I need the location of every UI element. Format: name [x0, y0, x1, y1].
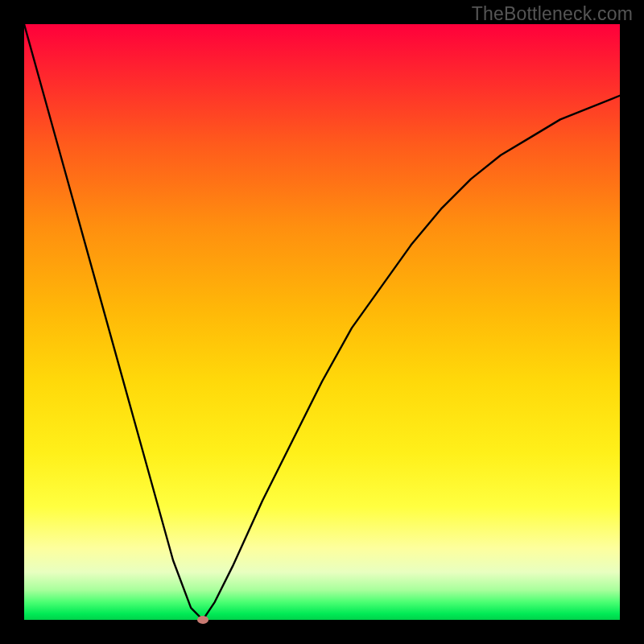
watermark-text: TheBottleneck.com [472, 3, 633, 25]
chart-container: TheBottleneck.com [0, 0, 644, 644]
optimum-root-marker [197, 616, 208, 624]
chart-svg [24, 24, 620, 620]
bottleneck-curve [24, 24, 620, 620]
